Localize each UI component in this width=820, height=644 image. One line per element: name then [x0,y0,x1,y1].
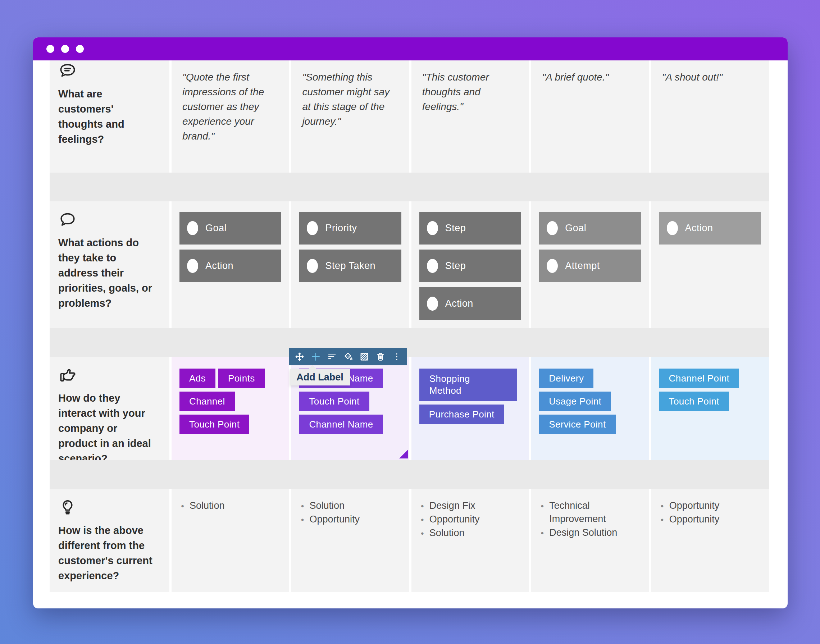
bullet-icon: ● [181,499,184,512]
status-circle-icon [667,221,678,235]
status-circle-icon [187,259,198,273]
differences-cell: ●Opportunity●Opportunity [651,489,769,592]
list-item-label: Solution [309,499,344,512]
pointing-hand-icon [58,366,77,385]
action-box[interactable]: Priority [299,212,401,244]
touchpoint-chip[interactable]: Touch Point [299,392,369,411]
list-item-label: Solution [429,526,465,540]
status-circle-icon [547,259,558,273]
quote-cell[interactable]: "This customer thoughts and feelings." [412,60,529,173]
quote-cell[interactable]: "Quote the first impressions of the cust… [172,60,289,173]
list-item-label: Design Solution [549,526,617,539]
add-label-tooltip: Add Label [290,369,350,385]
action-box-label: Priority [325,222,357,234]
action-box[interactable]: Step Taken [299,250,401,282]
action-box-label: Step Taken [325,260,375,271]
action-box[interactable]: Goal [180,212,281,244]
status-circle-icon [547,221,558,235]
action-box[interactable]: Action [659,212,761,244]
bullet-list: ●Opportunity●Opportunity [661,499,754,526]
window-titlebar[interactable] [33,37,788,60]
quote-cell[interactable]: "Something this customer might say at th… [291,60,409,173]
selection-toolbar [289,348,407,365]
row-label-thoughts: What are customers' thoughts and feeling… [50,60,169,173]
list-item-label: Design Fix [429,499,476,512]
chip-line: Touch Point [659,392,729,411]
more-icon[interactable] [391,350,403,364]
chip-line: Channel [180,392,235,411]
bullet-list: ●Solution●Opportunity [301,499,395,526]
delete-icon[interactable] [375,350,387,364]
touchpoint-chip[interactable]: Points [218,368,265,388]
list-item: ●Opportunity [661,513,754,526]
action-box[interactable]: Action [419,287,521,320]
action-box[interactable]: Step [419,212,521,244]
touchpoint-chip[interactable]: Touch Point [180,415,249,434]
interactions-cell: DeliveryUsage PointService Point [531,357,649,460]
touchpoint-chip[interactable]: Shopping Method [419,368,517,401]
differences-cell: ●Solution [172,489,289,592]
window-control-dot[interactable] [46,45,54,53]
row-label-actions: What actions do they take to address the… [50,201,169,328]
journey-map-grid: What are customers' thoughts and feeling… [50,60,769,592]
bullet-icon: ● [421,499,424,512]
window-control-dot[interactable] [76,45,84,53]
status-circle-icon [427,297,438,311]
touchpoint-chip[interactable]: Channel [180,392,235,411]
row-question: What actions do they take to address the… [58,235,158,311]
add-icon[interactable] [310,350,322,364]
bullet-icon: ● [421,526,424,540]
status-circle-icon [307,259,318,273]
action-box[interactable]: Step [419,250,521,282]
action-box[interactable]: Attempt [539,250,641,282]
touchpoint-chip[interactable]: Purchase Point [419,405,504,424]
touchpoint-chip[interactable]: Delivery [539,368,593,388]
quote-cell[interactable]: "A shout out!" [651,60,769,173]
chip-line: Touch Point [299,392,369,411]
chip-line: Channel Point [659,368,739,388]
action-box-label: Attempt [565,260,600,271]
touchpoint-chip[interactable]: Channel Point [659,368,739,388]
action-box[interactable]: Goal [539,212,641,244]
window-control-dot[interactable] [61,45,69,53]
touchpoint-chip[interactable]: Service Point [539,415,615,434]
actions-cell: StepStepAction [412,201,529,328]
interactions-cell: Shopping MethodPurchase Point [412,357,529,460]
bullet-list: ●Technical Improvement●Design Solution [541,499,634,539]
bullet-list: ●Solution [181,499,275,512]
touchpoint-chip[interactable]: Usage Point [539,392,611,411]
app-window: What are customers' thoughts and feeling… [33,37,788,609]
align-icon[interactable] [326,350,338,364]
actions-cell: Action [651,201,769,328]
differences-cell: ●Solution●Opportunity [291,489,409,592]
action-box-label: Step [445,222,466,234]
pattern-icon[interactable] [358,350,370,364]
row-divider [50,173,769,201]
touchpoint-chip[interactable]: Ads [180,368,215,388]
list-item: ●Solution [181,499,275,512]
touchpoint-chip[interactable]: Channel Name [299,415,383,434]
bullet-icon: ● [301,499,304,512]
fill-icon[interactable] [342,350,354,364]
interactions-cell: Channel PointTouch Point [651,357,769,460]
actions-cell: PriorityStep Taken [291,201,409,328]
action-box[interactable]: Action [180,250,281,282]
row-label-interactions: How do they interact with your company o… [50,357,169,460]
chip-line: Purchase Point [419,405,504,424]
action-box-label: Step [445,260,466,271]
chip-line: Channel Name [299,415,383,434]
lightbulb-icon [58,498,77,517]
quote-cell[interactable]: "A brief quote." [531,60,649,173]
list-item-label: Opportunity [309,513,360,526]
selection-resize-handle[interactable] [399,449,408,458]
move-icon[interactable] [293,350,306,364]
list-item: ●Design Fix [421,499,514,512]
bullet-icon: ● [661,499,664,512]
list-item-label: Opportunity [429,513,480,526]
chip-line: Usage Point [539,392,611,411]
bullet-icon: ● [421,513,424,526]
list-item-label: Opportunity [669,513,720,526]
chip-line: AdsPoints [180,368,265,388]
row-divider [50,460,769,489]
touchpoint-chip[interactable]: Touch Point [659,392,729,411]
